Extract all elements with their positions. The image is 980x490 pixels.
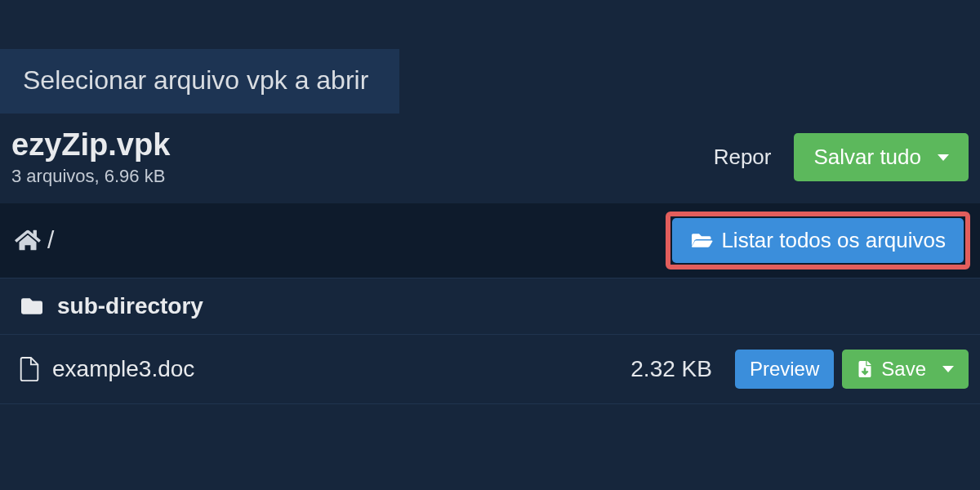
tab-label: Selecionar arquivo vpk a abrir — [23, 65, 368, 95]
file-actions: Repor Salvar tudo — [714, 133, 969, 181]
file-icon — [20, 357, 39, 381]
caret-down-icon — [942, 366, 954, 372]
save-all-label: Salvar tudo — [813, 145, 921, 170]
highlight-frame: Listar todos os arquivos — [666, 212, 970, 270]
file-info: ezyZip.vpk 3 arquivos, 6.96 kB — [11, 128, 170, 187]
preview-button[interactable]: Preview — [735, 350, 834, 389]
file-size: 2.32 KB — [630, 356, 712, 382]
list-all-label: Listar todos os arquivos — [721, 228, 946, 253]
list-item-file[interactable]: example3.doc 2.32 KB Preview Save — [0, 335, 980, 404]
breadcrumb-separator: / — [47, 226, 54, 254]
home-icon — [15, 229, 41, 252]
file-name: ezyZip.vpk — [11, 128, 170, 163]
file-row-name: example3.doc — [52, 356, 194, 382]
folder-icon — [20, 296, 44, 317]
folder-name: sub-directory — [57, 293, 203, 319]
save-button[interactable]: Save — [842, 350, 969, 389]
breadcrumb[interactable]: / — [15, 226, 54, 254]
file-header: ezyZip.vpk 3 arquivos, 6.96 kB Repor Sal… — [0, 114, 980, 198]
list-all-files-button[interactable]: Listar todos os arquivos — [672, 218, 964, 263]
folder-open-icon — [690, 230, 713, 250]
reset-link[interactable]: Repor — [714, 145, 772, 170]
save-label: Save — [881, 358, 926, 381]
save-all-button[interactable]: Salvar tudo — [794, 133, 969, 181]
list-item-folder[interactable]: sub-directory — [0, 278, 980, 335]
file-list: sub-directory example3.doc 2.32 KB Previ… — [0, 278, 980, 404]
breadcrumb-row: / Listar todos os arquivos — [0, 203, 980, 278]
download-icon — [857, 361, 873, 377]
preview-label: Preview — [750, 358, 819, 381]
file-stats: 3 arquivos, 6.96 kB — [11, 166, 170, 187]
tab-select-file[interactable]: Selecionar arquivo vpk a abrir — [0, 49, 399, 114]
caret-down-icon — [938, 154, 949, 161]
